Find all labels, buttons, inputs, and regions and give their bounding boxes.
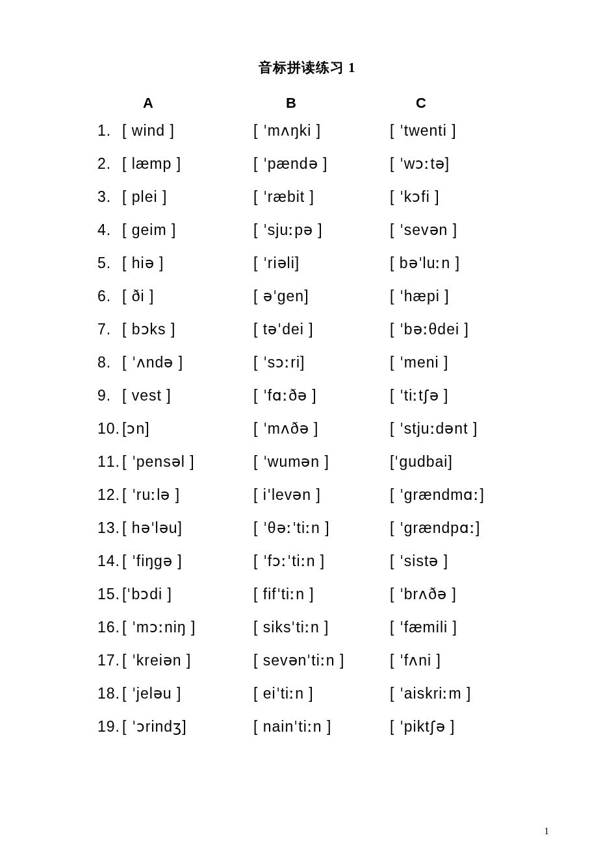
cell-b: [ ˈfɑːðə ] [253,388,390,403]
cell-a: [ɔn] [122,420,150,437]
cell-a: [ ˈruːlə ] [122,486,180,503]
cell-a: [ plei ] [122,188,167,205]
cell-a: [ ˈɔrindʒ] [122,718,187,735]
cell-c: [ ˈmeni ] [390,355,520,370]
cell-b: [ ˈsjuːpə ] [253,223,390,238]
table-row: 2.[ læmp ] [ ˈpændə ] [ ˈwɔːtə] [97,147,520,180]
cell-b: [ ˈθəːˈtiːn ] [253,521,390,536]
row-number: 1. [97,123,122,138]
cell-c: [ ˈtwenti ] [390,123,520,138]
row-number: 5. [97,256,122,271]
cell-c: [ ˈbəːθdei ] [390,322,520,337]
cell-a: [ ði ] [122,288,154,304]
cell-a: [ ˈkreiən ] [122,652,191,669]
table-row: 10.[ɔn] [ ˈmʌðə ] [ ˈstjuːdənt ] [97,412,520,445]
cell-c: [ ˈbrʌðə ] [390,587,520,602]
cell-c: [ ˈpiktʃə ] [390,719,520,734]
cell-c: [ ˈaiskriːm ] [390,686,520,701]
cell-a: [ ˈʌndə ] [122,354,183,371]
table-row: 3.[ plei ] [ ˈræbit ] [ ˈkɔfi ] [97,180,520,214]
table-row: 17.[ ˈkreiən ] [ sevənˈtiːn ] [ ˈfʌni ] [97,644,520,677]
cell-c: [ ˈwɔːtə] [390,156,520,171]
cell-c: [ ˈsevən ] [390,223,520,238]
row-number: 12. [97,488,122,502]
cell-a: [ ˈfiŋgə ] [122,552,183,569]
table-row: 9.[ vest ] [ ˈfɑːðə ] [ ˈtiːtʃə ] [97,379,520,412]
row-number: 15. [97,587,122,602]
cell-c: [ ˈhæpi ] [390,289,520,304]
row-number: 7. [97,322,122,337]
cell-a: [ ˈmɔːniŋ ] [122,619,196,636]
cell-a: [ ˈjeləu ] [122,685,181,702]
cell-a: [ˈbɔdi ] [122,586,172,602]
row-number: 11. [97,454,122,469]
cell-b: [ ˈmʌŋki ] [253,123,390,138]
page: 音标拼读练习 1 A B C 1.[ wind ] [ ˈmʌŋki ] [ ˈ… [0,0,614,743]
cell-b: [ fifˈtiːn ] [253,587,390,602]
cell-b: [ ˈwumən ] [253,454,390,469]
cell-b: [ təˈdei ] [253,322,390,337]
row-number: 6. [97,289,122,304]
page-title: 音标拼读练习 1 [97,58,517,77]
cell-b: [ ˈpændə ] [253,156,390,171]
column-headers: A B C [97,95,520,112]
row-number: 8. [97,355,122,370]
cell-c: [ˈgudbai] [390,454,520,469]
table-row: 6.[ ði ] [ əˈgen] [ ˈhæpi ] [97,280,520,313]
cell-b: [ ˈfɔːˈtiːn ] [253,554,390,569]
row-number: 16. [97,620,122,635]
row-number: 10. [97,421,122,436]
cell-b: [ siksˈtiːn ] [253,620,390,635]
table-row: 12.[ ˈruːlə ] [ iˈlevən ] [ ˈgrændmɑː] [97,478,520,512]
row-number: 18. [97,686,122,701]
cell-b: [ nainˈtiːn ] [253,719,390,734]
cell-b: [ əˈgen] [253,289,390,304]
row-number: 13. [97,521,122,536]
row-number: 4. [97,223,122,238]
cell-c: [ ˈsistə ] [390,554,520,569]
cell-c: [ ˈfʌni ] [390,653,520,668]
table-row: 11.[ ˈpensəl ] [ ˈwumən ] [ˈgudbai] [97,445,520,478]
cell-a: [ wind ] [122,122,175,139]
cell-a: [ læmp ] [122,155,181,172]
table-row: 18.[ ˈjeləu ] [ eiˈtiːn ] [ ˈaiskriːm ] [97,677,520,710]
row-number: 14. [97,554,122,569]
row-number: 3. [97,190,122,205]
table-row: 1.[ wind ] [ ˈmʌŋki ] [ ˈtwenti ] [97,114,520,147]
table-row: 14.[ ˈfiŋgə ] [ ˈfɔːˈtiːn ] [ ˈsistə ] [97,545,520,578]
cell-c: [ bəˈluːn ] [390,256,520,271]
header-c: C [383,95,513,112]
cell-c: [ ˈfæmili ] [390,620,520,635]
table-row: 13.[ həˈləu] [ ˈθəːˈtiːn ] [ ˈgrændpɑː] [97,512,520,545]
cell-c: [ ˈtiːtʃə ] [390,388,520,403]
cell-b: [ iˈlevən ] [253,488,390,502]
cell-b: [ ˈræbit ] [253,190,390,205]
header-a: A [97,95,253,112]
header-b: B [253,95,383,112]
table-row: 15.[ˈbɔdi ] [ fifˈtiːn ] [ ˈbrʌðə ] [97,578,520,611]
cell-c: [ ˈgrændmɑː] [390,488,520,502]
practice-table: A B C 1.[ wind ] [ ˈmʌŋki ] [ ˈtwenti ] … [97,95,520,743]
table-row: 4.[ geim ] [ ˈsjuːpə ] [ ˈsevən ] [97,214,520,247]
cell-c: [ ˈgrændpɑː] [390,521,520,536]
cell-b: [ eiˈtiːn ] [253,686,390,701]
cell-b: [ sevənˈtiːn ] [253,653,390,668]
row-number: 2. [97,156,122,171]
cell-a: [ geim ] [122,221,176,238]
table-row: 7.[ bɔks ] [ təˈdei ] [ ˈbəːθdei ] [97,313,520,346]
cell-b: [ ˈsɔːri] [253,355,390,370]
row-number: 9. [97,388,122,403]
cell-c: [ ˈkɔfi ] [390,190,520,205]
cell-a: [ ˈpensəl ] [122,453,195,470]
table-row: 16.[ ˈmɔːniŋ ] [ siksˈtiːn ] [ ˈfæmili ] [97,611,520,644]
row-number: 19. [97,719,122,734]
table-row: 5.[ hiə ] [ ˈriəli] [ bəˈluːn ] [97,247,520,280]
cell-a: [ bɔks ] [122,321,175,338]
cell-a: [ həˈləu] [122,519,183,536]
cell-a: [ vest ] [122,387,172,404]
cell-c: [ ˈstjuːdənt ] [390,421,520,436]
cell-a: [ hiə ] [122,254,164,271]
page-number: 1 [544,826,550,837]
table-row: 8.[ ˈʌndə ] [ ˈsɔːri] [ ˈmeni ] [97,346,520,379]
row-number: 17. [97,653,122,668]
